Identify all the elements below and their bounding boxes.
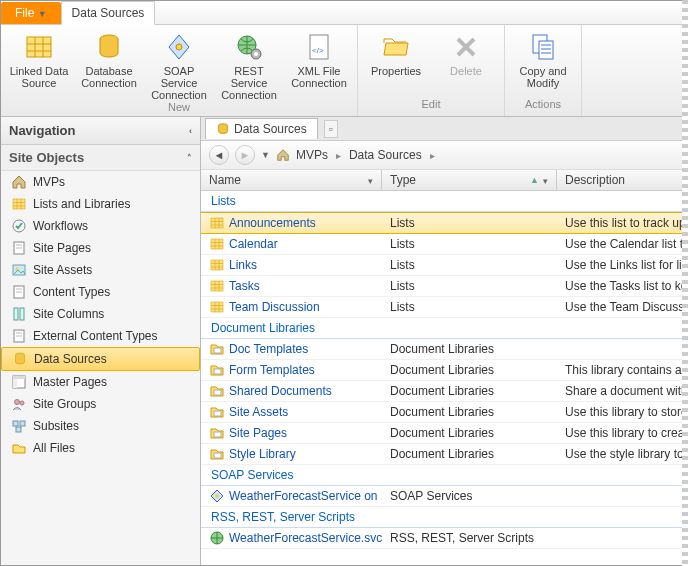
breadcrumb: ◄ ► ▼ MVPs Data Sources xyxy=(201,141,687,170)
app-window: File ▼ Data Sources Linked Data SourceDa… xyxy=(0,0,688,566)
table-row[interactable]: Team DiscussionListsUse the Team Discuss… xyxy=(201,297,687,318)
table-row[interactable]: Form TemplatesDocument LibrariesThis lib… xyxy=(201,360,687,381)
data-sources-tab[interactable]: Data Sources xyxy=(61,1,156,25)
group-header[interactable]: SOAP Services xyxy=(201,465,687,486)
back-button[interactable]: ◄ xyxy=(209,145,229,165)
sidebar-item-label: Master Pages xyxy=(33,375,107,389)
forward-button[interactable]: ► xyxy=(235,145,255,165)
sidebar-item-site-pages[interactable]: Site Pages xyxy=(1,237,200,259)
folder-open-icon xyxy=(380,31,412,63)
sidebar-item-mvps[interactable]: MVPs xyxy=(1,171,200,193)
breadcrumb-item-mvps[interactable]: MVPs xyxy=(296,148,328,162)
sidebar-item-site-columns[interactable]: Site Columns xyxy=(1,303,200,325)
table-row[interactable]: Site PagesDocument LibrariesUse this lib… xyxy=(201,423,687,444)
cell-name[interactable]: Links xyxy=(201,255,382,275)
sidebar-item-subsites[interactable]: Subsites xyxy=(1,415,200,437)
col-type[interactable]: Type▲ xyxy=(382,170,557,190)
svg-rect-76 xyxy=(214,453,221,458)
sidebar-item-label: Lists and Libraries xyxy=(33,197,130,211)
database-connection-button[interactable]: Database Connection xyxy=(77,29,141,89)
data-grid[interactable]: ListsAnnouncementsListsUse this list to … xyxy=(201,191,687,565)
navigation-pane: Navigation ‹ Site Objects ˄ MVPsLists an… xyxy=(1,117,201,565)
table-row[interactable]: Doc TemplatesDocument Libraries xyxy=(201,339,687,360)
svg-rect-42 xyxy=(13,421,18,426)
table-row[interactable]: LinksListsUse the Links list for links xyxy=(201,255,687,276)
cylinder-icon xyxy=(93,31,125,63)
collapse-icon[interactable]: ‹ xyxy=(189,126,192,136)
nav-title: Navigation xyxy=(9,123,75,138)
col-name[interactable]: Name xyxy=(201,170,382,190)
cell-name[interactable]: Style Library xyxy=(201,444,382,464)
cell-desc: Use the Links list for links xyxy=(557,255,687,275)
svg-rect-56 xyxy=(211,260,223,270)
content-tab-data-sources[interactable]: Data Sources xyxy=(205,118,318,139)
svg-rect-39 xyxy=(13,379,17,388)
table-row[interactable]: Shared DocumentsDocument LibrariesShare … xyxy=(201,381,687,402)
breadcrumb-separator xyxy=(334,148,343,162)
sidebar-item-external-content-types[interactable]: External Content Types xyxy=(1,325,200,347)
linked-data-source-button[interactable]: Linked Data Source xyxy=(7,29,71,89)
properties-button[interactable]: Properties xyxy=(364,29,428,77)
sidebar-item-content-types[interactable]: Content Types xyxy=(1,281,200,303)
table-yellow-icon xyxy=(209,215,225,231)
history-dropdown[interactable]: ▼ xyxy=(261,150,270,160)
svg-rect-32 xyxy=(20,308,24,320)
nav-header[interactable]: Navigation ‹ xyxy=(1,117,200,145)
sidebar-item-data-sources[interactable]: Data Sources xyxy=(1,347,200,371)
sidebar-item-lists[interactable]: Lists and Libraries xyxy=(1,193,200,215)
cell-desc xyxy=(557,339,687,359)
col-desc[interactable]: Description xyxy=(557,170,687,190)
cell-name[interactable]: Form Templates xyxy=(201,360,382,380)
group-header[interactable]: RSS, REST, Server Scripts xyxy=(201,507,687,528)
cell-name[interactable]: Tasks xyxy=(201,276,382,296)
cell-name[interactable]: Calendar xyxy=(201,234,382,254)
sidebar-item-all-files[interactable]: All Files xyxy=(1,437,200,459)
sidebar-item-workflows[interactable]: Workflows xyxy=(1,215,200,237)
table-row[interactable]: Site AssetsDocument LibrariesUse this li… xyxy=(201,402,687,423)
nav-items: MVPsLists and LibrariesWorkflowsSite Pag… xyxy=(1,171,200,565)
breadcrumb-item-data-sources[interactable]: Data Sources xyxy=(349,148,422,162)
cell-type: SOAP Services xyxy=(382,486,557,506)
new-tab-button[interactable]: ▫ xyxy=(324,120,338,138)
table-row[interactable]: TasksListsUse the Tasks list to keep xyxy=(201,276,687,297)
cell-name[interactable]: Site Assets xyxy=(201,402,382,422)
cell-name[interactable]: Doc Templates xyxy=(201,339,382,359)
cell-name[interactable]: WeatherForecastService.svc... xyxy=(201,528,382,548)
table-row[interactable]: Style LibraryDocument LibrariesUse the s… xyxy=(201,444,687,465)
cell-name[interactable]: WeatherForecastService on ... xyxy=(201,486,382,506)
site-objects-header[interactable]: Site Objects ˄ xyxy=(1,145,200,171)
svg-point-77 xyxy=(215,494,219,498)
ribbon-group-label: Actions xyxy=(525,98,561,112)
table-row[interactable]: WeatherForecastService on ...SOAP Servic… xyxy=(201,486,687,507)
cell-name[interactable]: Announcements xyxy=(201,213,382,233)
page-icon xyxy=(11,328,27,344)
table-row[interactable]: AnnouncementsListsUse this list to track… xyxy=(201,212,687,234)
home-icon[interactable] xyxy=(276,148,290,162)
table-row[interactable]: CalendarListsUse the Calendar list to ke xyxy=(201,234,687,255)
sidebar-item-site-groups[interactable]: Site Groups xyxy=(1,393,200,415)
xml-file-connection-button[interactable]: </>XML File Connection xyxy=(287,29,351,89)
sidebar-item-label: Site Groups xyxy=(33,397,96,411)
soap-service-connection-button[interactable]: SOAP Service Connection xyxy=(147,29,211,101)
file-tab[interactable]: File ▼ xyxy=(1,2,61,24)
cell-name[interactable]: Site Pages xyxy=(201,423,382,443)
sidebar-item-label: Subsites xyxy=(33,419,79,433)
column-headers: Name Type▲ Description xyxy=(201,170,687,191)
table-yellow-icon xyxy=(11,196,27,212)
svg-rect-46 xyxy=(211,218,223,228)
cell-name[interactable]: Team Discussion xyxy=(201,297,382,317)
chevron-down-icon: ▼ xyxy=(38,9,47,19)
table-row[interactable]: WeatherForecastService.svc...RSS, REST, … xyxy=(201,528,687,549)
sidebar-item-site-assets[interactable]: Site Assets xyxy=(1,259,200,281)
cell-desc: Use this list to track upco xyxy=(557,213,687,233)
svg-rect-31 xyxy=(14,308,18,320)
globe-icon xyxy=(209,530,225,546)
folder-icon xyxy=(11,440,27,456)
group-header[interactable]: Document Libraries xyxy=(201,318,687,339)
group-header[interactable]: Lists xyxy=(201,191,687,212)
svg-rect-66 xyxy=(211,302,223,312)
copy-modify-button[interactable]: Copy and Modify xyxy=(511,29,575,89)
cell-name[interactable]: Shared Documents xyxy=(201,381,382,401)
rest-service-connection-button[interactable]: REST Service Connection xyxy=(217,29,281,101)
sidebar-item-master-pages[interactable]: Master Pages xyxy=(1,371,200,393)
